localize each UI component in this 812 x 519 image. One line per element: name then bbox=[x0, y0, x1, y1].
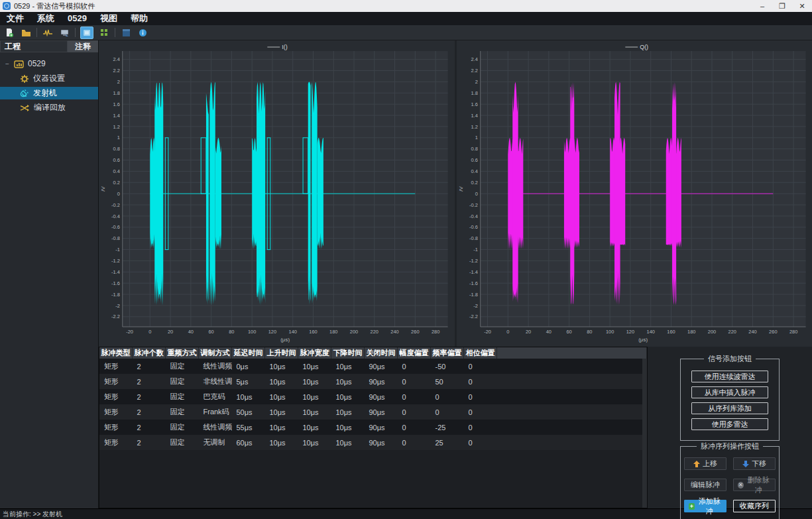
svg-text:80: 80 bbox=[587, 329, 592, 335]
menu-help[interactable]: 帮助 bbox=[124, 12, 154, 25]
info-icon[interactable] bbox=[137, 27, 148, 38]
menu-project[interactable]: 0529 bbox=[61, 12, 93, 25]
column-header[interactable]: 延迟时间 bbox=[232, 347, 265, 359]
table-cell-filler bbox=[497, 389, 647, 404]
column-header[interactable]: 关闭时间 bbox=[365, 347, 398, 359]
table-cell: 固定 bbox=[166, 420, 199, 435]
column-header[interactable]: 频率偏置 bbox=[431, 347, 464, 359]
table-row[interactable]: 矩形2固定线性调频55μs10μs10μs10μs90μs0-250 bbox=[99, 420, 647, 435]
table-row[interactable]: 矩形2固定线性调频0μs10μs10μs10μs90μs0-500 bbox=[99, 359, 647, 374]
insert-pulse-from-library-button[interactable]: 从库中插入脉冲 bbox=[691, 386, 768, 398]
table-cell: 10μs bbox=[298, 374, 331, 389]
column-header[interactable]: 上升时间 bbox=[265, 347, 298, 359]
svg-text:2: 2 bbox=[117, 79, 120, 85]
use-cw-radar-button[interactable]: 使用连续波雷达 bbox=[691, 371, 768, 382]
svg-text:200: 200 bbox=[350, 329, 358, 335]
table-cell: 矩形 bbox=[99, 374, 133, 389]
delete-pulse-button[interactable]: ✕ 删除脉冲 bbox=[733, 479, 776, 491]
svg-text:160: 160 bbox=[309, 329, 317, 335]
svg-text:0.6: 0.6 bbox=[471, 157, 477, 163]
window-block-icon[interactable] bbox=[120, 27, 132, 38]
svg-text:-0.8: -0.8 bbox=[111, 235, 120, 241]
svg-text:60: 60 bbox=[566, 329, 571, 335]
column-header[interactable]: 脉冲个数 bbox=[133, 347, 166, 359]
svg-text:0.2: 0.2 bbox=[471, 180, 477, 186]
menu-system[interactable]: 系统 bbox=[30, 12, 61, 25]
svg-text:180: 180 bbox=[329, 329, 337, 335]
sidebar-item-compile-playback[interactable]: 编译回放 bbox=[0, 101, 98, 114]
menu-file[interactable]: 文件 bbox=[0, 12, 30, 25]
layout-grid-icon[interactable] bbox=[98, 27, 110, 38]
favorite-sequence-button[interactable]: 收藏序列 bbox=[733, 500, 776, 512]
column-header[interactable]: 重频方式 bbox=[166, 347, 199, 359]
svg-text:-1: -1 bbox=[115, 247, 120, 253]
export-device-icon[interactable] bbox=[58, 27, 70, 38]
table-cell: 0 bbox=[464, 404, 497, 420]
minimize-button[interactable]: – bbox=[752, 0, 772, 12]
move-up-label: 上移 bbox=[703, 459, 717, 469]
table-cell: 25 bbox=[431, 435, 464, 450]
menu-view[interactable]: 视图 bbox=[93, 12, 124, 25]
svg-text:1.2: 1.2 bbox=[113, 123, 119, 129]
table-row[interactable]: 矩形2固定巴克码10μs10μs10μs10μs90μs000 bbox=[99, 389, 647, 404]
add-from-sequence-library-button[interactable]: 从序列库添加 bbox=[691, 402, 768, 414]
tree-root-0529[interactable]: − 0529 bbox=[0, 57, 98, 70]
title-bar: 0529 - 雷达信号模拟软件 – ❐ ✕ bbox=[0, 0, 812, 12]
svg-text:-1.8: -1.8 bbox=[469, 292, 477, 298]
table-row[interactable]: 矩形2固定非线性调频5μs10μs10μs10μs90μs0500 bbox=[99, 374, 647, 389]
svg-text:0: 0 bbox=[475, 191, 477, 197]
tree-root-label: 0529 bbox=[28, 59, 46, 68]
chart-q-waveform: -200204060801001201401601802002202402602… bbox=[457, 40, 812, 347]
svg-text:240: 240 bbox=[390, 329, 398, 335]
table-cell: 矩形 bbox=[99, 435, 133, 450]
restore-button[interactable]: ❐ bbox=[772, 0, 792, 12]
svg-text:-1.4: -1.4 bbox=[111, 269, 120, 275]
table-cell: 无调制 bbox=[199, 435, 232, 450]
svg-text:280: 280 bbox=[432, 329, 439, 335]
table-cell: 0 bbox=[398, 404, 431, 420]
project-chart-icon bbox=[14, 60, 25, 68]
column-header[interactable]: 脉冲类型 bbox=[99, 347, 133, 359]
move-up-button[interactable]: 上移 bbox=[684, 457, 726, 470]
table-cell: 0 bbox=[464, 435, 497, 450]
table-cell: 固定 bbox=[166, 435, 199, 450]
column-header[interactable]: 脉冲宽度 bbox=[298, 347, 331, 359]
table-cell: 固定 bbox=[166, 374, 199, 389]
collapse-icon[interactable]: − bbox=[5, 60, 11, 68]
open-folder-icon[interactable] bbox=[20, 27, 32, 38]
arrow-down-icon bbox=[742, 461, 749, 467]
table-scrollbar[interactable] bbox=[642, 359, 647, 508]
edit-pulse-button[interactable]: 编辑脉冲 bbox=[684, 479, 726, 491]
sidebar-item-instrument-settings[interactable]: 仪器设置 bbox=[0, 72, 98, 85]
sidebar-item-transmitter[interactable]: 发射机 bbox=[0, 87, 98, 99]
svg-text:220: 220 bbox=[371, 329, 378, 335]
new-file-icon[interactable] bbox=[3, 27, 15, 38]
panel-view-icon-active[interactable] bbox=[80, 27, 93, 39]
svg-text:1: 1 bbox=[475, 135, 477, 141]
tab-annotation[interactable]: 注释 bbox=[68, 40, 98, 52]
svg-text:140: 140 bbox=[646, 329, 654, 335]
svg-text:-0.6: -0.6 bbox=[469, 224, 477, 230]
tab-project[interactable]: 工程 bbox=[0, 40, 68, 52]
pulse-table-header: 脉冲类型脉冲个数重频方式调制方式延迟时间上升时间脉冲宽度下降时间关闭时间幅度偏置… bbox=[99, 347, 647, 359]
column-header[interactable]: 相位偏置 bbox=[464, 347, 497, 359]
signal-add-groupbox: 信号添加按钮 使用连续波雷达 从库中插入脉冲 从序列库添加 使用多雷达 bbox=[680, 359, 780, 441]
table-cell: 0 bbox=[398, 420, 431, 435]
add-pulse-button[interactable]: + 添加脉冲 bbox=[684, 500, 726, 512]
svg-text:0.4: 0.4 bbox=[113, 168, 119, 174]
svg-text:60: 60 bbox=[208, 329, 213, 335]
table-row[interactable]: 矩形2固定无调制60μs10μs10μs10μs90μs0250 bbox=[99, 435, 647, 450]
column-header[interactable]: 下降时间 bbox=[331, 347, 365, 359]
groupbox-title: 脉冲序列操作按钮 bbox=[697, 441, 763, 451]
table-row[interactable]: 矩形2固定Frank码50μs10μs10μs10μs90μs000 bbox=[99, 404, 647, 420]
table-cell: 矩形 bbox=[99, 389, 133, 404]
use-multi-radar-button[interactable]: 使用多雷达 bbox=[691, 418, 768, 430]
close-button[interactable]: ✕ bbox=[792, 0, 812, 12]
app-icon bbox=[3, 2, 11, 10]
waveform-icon[interactable] bbox=[42, 27, 54, 38]
move-down-button[interactable]: 下移 bbox=[733, 457, 776, 470]
column-header[interactable]: 幅度偏置 bbox=[398, 347, 431, 359]
table-cell: 巴克码 bbox=[199, 389, 232, 404]
table-cell: 2 bbox=[133, 359, 166, 374]
column-header[interactable]: 调制方式 bbox=[199, 347, 232, 359]
